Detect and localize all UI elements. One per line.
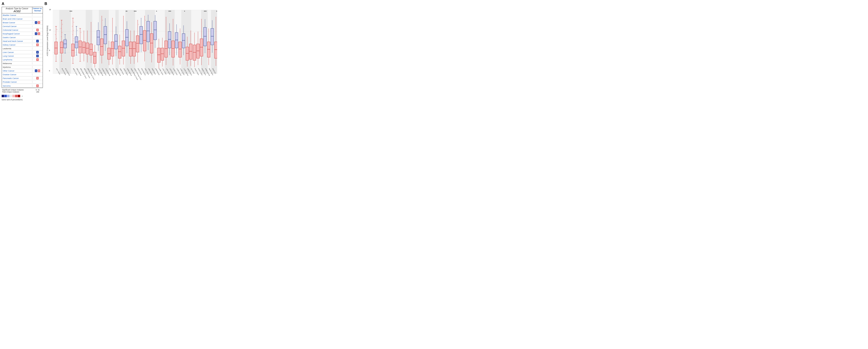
svg-rect-181 xyxy=(143,31,146,51)
legend-box-blue-1 xyxy=(7,95,9,97)
badge-blue: 1 xyxy=(35,69,37,72)
svg-rect-12 xyxy=(145,10,155,74)
cancer-name: Cervical Cancer xyxy=(2,25,32,27)
badge-pink: 2 xyxy=(36,29,39,31)
svg-text:*: * xyxy=(184,10,185,13)
svg-rect-116 xyxy=(93,52,96,63)
badge-pink: 2 xyxy=(38,32,40,35)
svg-rect-139 xyxy=(111,42,114,56)
cancer-row: Lymphoma4 xyxy=(2,58,43,62)
svg-point-43 xyxy=(56,38,57,39)
cancer-name: Other Cancer xyxy=(2,70,32,72)
svg-text:***: *** xyxy=(70,10,72,13)
panel-b-label: B xyxy=(44,2,216,6)
cancer-row: Prostate Cancer xyxy=(2,80,43,84)
cancer-vs-badges: 1 xyxy=(32,40,43,42)
table-header: Analysis Type by Cancer ACE2 Cancer vs. … xyxy=(2,7,43,13)
svg-point-57 xyxy=(62,40,63,41)
cancer-vs-badges: 2 xyxy=(32,29,43,31)
legend-box-white xyxy=(10,95,12,97)
svg-point-169 xyxy=(138,24,139,25)
badge-pink: 8 xyxy=(36,43,39,46)
cancer-name: Myeloma xyxy=(2,66,32,68)
svg-rect-164 xyxy=(133,42,135,56)
legend-box-blue-10 xyxy=(4,95,7,97)
badge-blue: 3 xyxy=(36,51,39,54)
badge-blue: 1 xyxy=(35,21,37,24)
svg-text:***: *** xyxy=(216,10,217,13)
cancer-name: Bladder Cancer xyxy=(2,14,32,16)
cancer-name: Liver Cancer xyxy=(2,51,32,53)
cancer-vs-badges: 8 xyxy=(32,43,43,46)
svg-text:BRCA-Her2.Tumor: BRCA-Her2.Tumor xyxy=(84,68,91,79)
badge-blue: 1 xyxy=(36,40,39,42)
svg-rect-224 xyxy=(179,42,182,57)
chart-container: ACE2 Expression Level (log2 RSEM) 0 5 10… xyxy=(44,7,216,85)
svg-point-42 xyxy=(55,34,56,35)
y-axis-ticks: 0 5 10 15 xyxy=(49,10,53,72)
cancer-vs-badges: 19 xyxy=(32,69,43,72)
cancer-row: Bladder Cancer xyxy=(2,13,43,17)
badge-pink: 4 xyxy=(38,21,40,24)
svg-point-74 xyxy=(73,22,74,23)
cancer-name: Colorectal Cancer xyxy=(2,29,32,31)
svg-point-125 xyxy=(102,20,103,21)
svg-rect-244 xyxy=(196,44,199,58)
x-labels-svg: ACC.Tumor BLCA.Tumor BLCA.Normal BRCA.Tu… xyxy=(53,68,216,85)
svg-rect-202 xyxy=(161,48,164,60)
cancer-row: Gastric Cancer xyxy=(2,36,43,39)
cancer-vs-badges: 12 xyxy=(32,32,43,35)
svg-point-55 xyxy=(62,32,62,33)
gene-name: ACE2 xyxy=(3,10,31,13)
svg-point-75 xyxy=(72,26,73,27)
cancer-vs-badges: 1 xyxy=(32,77,43,80)
cancer-row: Breast Cancer14 xyxy=(2,21,43,25)
cancer-row: Liver Cancer3 xyxy=(2,51,43,54)
legend-box-pink-10 xyxy=(15,95,18,97)
svg-point-66 xyxy=(65,38,66,39)
svg-rect-175 xyxy=(140,26,143,44)
cancer-name: Lymphoma xyxy=(2,59,32,61)
cancer-name: Breast Cancer xyxy=(2,22,32,24)
panel-b: B ACE2 Expression Level (log2 RSEM) 0 5 … xyxy=(44,2,216,101)
cancer-row: Kidney Cancer8 xyxy=(2,43,43,47)
svg-rect-216 xyxy=(172,41,175,57)
badge-pink: 4 xyxy=(36,58,39,61)
svg-point-41 xyxy=(57,29,57,30)
summary-area: Significant Unique Analyses Total Unique… xyxy=(2,88,43,93)
cancer-row: Head and Neck Cancer1 xyxy=(2,39,43,43)
svg-rect-89 xyxy=(75,37,78,48)
svg-text:*: * xyxy=(156,10,157,13)
svg-rect-249 xyxy=(200,39,203,56)
cancer-row: Myeloma xyxy=(2,65,43,69)
svg-rect-120 xyxy=(97,31,100,45)
svg-rect-147 xyxy=(118,46,121,58)
svg-rect-4 xyxy=(86,10,92,74)
svg-rect-261 xyxy=(211,28,214,45)
svg-point-96 xyxy=(81,32,82,33)
svg-text:**: ** xyxy=(126,10,127,13)
svg-text:***: *** xyxy=(204,10,207,13)
svg-rect-126 xyxy=(100,39,103,55)
cancer-name: Kidney Cancer xyxy=(2,44,32,46)
panel-a-label: A xyxy=(2,2,43,6)
cancer-row: Ovarian Cancer xyxy=(2,73,43,76)
cancer-name: Gastric Cancer xyxy=(2,36,32,38)
cancer-row: Esophageal Cancer12 xyxy=(2,32,43,36)
legend-arrow: → xyxy=(21,95,23,97)
legend-label-text: Gene rank of percentile(%) xyxy=(2,98,43,101)
cancer-row: Cervical Cancer xyxy=(2,25,43,28)
cancer-vs-badges: 3 xyxy=(32,85,43,87)
svg-rect-160 xyxy=(129,42,132,56)
svg-rect-17 xyxy=(191,10,201,74)
svg-rect-207 xyxy=(165,41,167,57)
svg-rect-81 xyxy=(71,44,74,56)
cancer-name: Esophageal Cancer xyxy=(2,33,32,35)
svg-point-76 xyxy=(73,30,74,31)
main-container: A Analysis Type by Cancer ACE2 Cancer vs… xyxy=(0,0,217,102)
svg-text:***: *** xyxy=(168,10,172,13)
svg-rect-211 xyxy=(168,32,171,48)
svg-point-53 xyxy=(62,24,63,25)
svg-rect-228 xyxy=(182,34,185,48)
cancer-name: Head and Neck Cancer xyxy=(2,40,32,42)
